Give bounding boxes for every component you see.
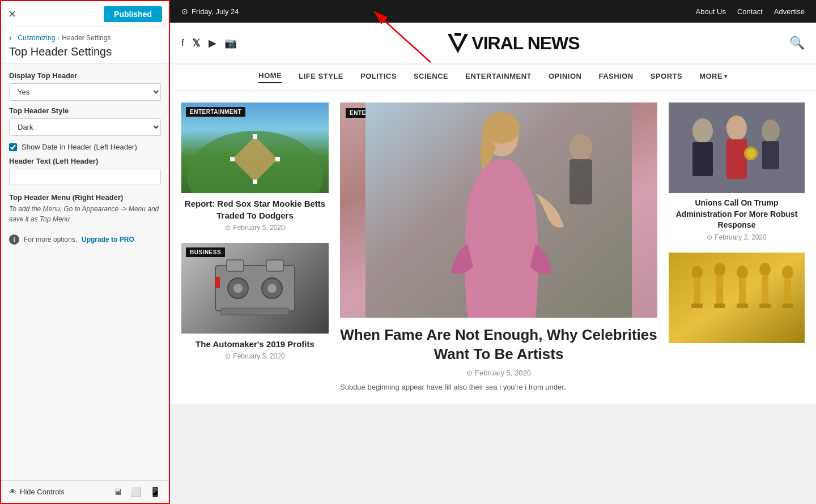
svg-rect-29	[726, 139, 747, 179]
center-article-date: ⊙ February 5, 2020	[340, 369, 657, 377]
display-top-header-label: Display Top Header	[9, 71, 161, 80]
device-icons: 🖥 ⬜ 📱	[113, 486, 161, 497]
hide-controls-button[interactable]: 👁 Hide Controls	[9, 488, 65, 496]
advertise-link[interactable]: Advertise	[774, 7, 805, 16]
content-area: ENTERTAINMENT	[170, 91, 816, 404]
facebook-icon[interactable]: f	[181, 37, 184, 49]
svg-point-42	[737, 266, 748, 279]
nav-item-opinion[interactable]: OPINION	[549, 72, 581, 83]
svg-rect-33	[762, 141, 779, 169]
back-arrow[interactable]: ‹	[9, 33, 12, 43]
upgrade-link[interactable]: Upgrade to PRO	[82, 236, 134, 244]
eye-icon: 👁	[9, 488, 16, 496]
nav-item-more[interactable]: MORE ▾	[699, 72, 728, 83]
top-bar-left: ⊙ Friday, July 24	[181, 7, 239, 16]
mobile-icon[interactable]: 📱	[150, 486, 161, 497]
chevron-down-icon: ▾	[724, 73, 728, 79]
instagram-icon[interactable]: 📷	[224, 37, 237, 49]
panel-nav: ‹ Customizing › Header Settings Top Head…	[1, 27, 169, 63]
nav-item-politics[interactable]: POLITICS	[360, 72, 397, 83]
svg-rect-37	[691, 304, 703, 308]
social-icons: f 𝕏 ▶ 📷	[181, 37, 237, 49]
svg-rect-44	[737, 304, 748, 308]
tablet-icon[interactable]: ⬜	[130, 486, 142, 497]
show-date-label: Show Date in Header (Left Header)	[22, 143, 137, 151]
svg-point-32	[762, 119, 780, 142]
published-button[interactable]: Published	[104, 6, 162, 22]
panel-title: Top Header Settings	[9, 45, 161, 58]
svg-rect-24	[570, 159, 592, 204]
svg-point-28	[726, 116, 747, 140]
top-header-style-label: Top Header Style	[9, 106, 161, 115]
top-header-style-select[interactable]: Dark Light	[9, 118, 161, 136]
svg-point-48	[782, 266, 793, 279]
nav-item-entertainment[interactable]: ENTERTAINMENT	[465, 72, 532, 83]
logo-v-icon	[447, 32, 469, 54]
search-button[interactable]: 🔍	[789, 36, 805, 50]
preview-wrapper: ⊙ Friday, July 24 About Us Contact Adver…	[170, 0, 816, 504]
show-date-checkbox[interactable]	[9, 143, 17, 151]
svg-point-39	[714, 263, 725, 276]
svg-rect-46	[762, 275, 768, 306]
clock-icon-small-2: ⊙	[225, 352, 231, 360]
nav-item-lifestyle[interactable]: LIFE STYLE	[299, 72, 343, 83]
article-image-engine: BUSINESS	[181, 243, 329, 334]
close-button[interactable]: ✕	[8, 8, 16, 20]
panel-top-bar: ✕ Published	[1, 1, 169, 27]
breadcrumb-root[interactable]: Customizing	[18, 34, 55, 42]
svg-rect-9	[230, 157, 235, 161]
svg-rect-10	[253, 180, 257, 184]
customizer-panel: ✕ Published ‹ Customizing › Header Setti…	[0, 0, 170, 504]
clock-icon-right-1: ⊙	[707, 233, 712, 241]
top-bar-right: About Us Contact Advertise	[696, 7, 805, 16]
menu-section: Top Header Menu (Right Header) To add th…	[9, 193, 161, 224]
top-bar: ⊙ Friday, July 24 About Us Contact Adver…	[170, 0, 816, 23]
svg-rect-13	[266, 260, 283, 271]
header-text-label: Header Text (Left Header)	[9, 157, 161, 165]
youtube-icon[interactable]: ▶	[209, 37, 216, 49]
desktop-icon[interactable]: 🖥	[113, 487, 122, 497]
header-text-input[interactable]	[9, 169, 161, 185]
article-card: ENTERTAINMENT	[181, 102, 329, 232]
right-article-1: OPINION	[669, 102, 805, 241]
article-title-2: The Automaker's 2019 Profits	[181, 338, 329, 350]
nav-item-science[interactable]: SCIENCE	[414, 72, 448, 83]
svg-rect-19	[215, 277, 220, 288]
article-date: ⊙ February 5, 2020	[181, 224, 329, 232]
svg-rect-18	[221, 308, 289, 315]
nav-item-fashion[interactable]: FASHION	[598, 72, 633, 83]
contact-link[interactable]: Contact	[737, 7, 763, 16]
center-column: ENTERTAINMENT	[329, 102, 669, 393]
svg-rect-50	[782, 304, 793, 308]
site-logo: VIRAL NEWS	[447, 32, 579, 54]
display-top-header-select[interactable]: Yes No	[9, 83, 161, 101]
right-column: OPINION	[669, 102, 805, 393]
svg-point-26	[692, 118, 713, 143]
panel-body: Display Top Header Yes No Top Header Sty…	[1, 63, 169, 480]
site-header: f 𝕏 ▶ 📷 VIRAL NEWS 🔍	[170, 23, 816, 64]
upgrade-text: For more options,	[24, 236, 77, 244]
panel-bottom: 👁 Hide Controls 🖥 ⬜ 📱	[1, 480, 169, 503]
svg-rect-49	[784, 278, 791, 306]
clock-icon-small: ⊙	[225, 224, 231, 232]
nav-item-sports[interactable]: SPORTS	[651, 72, 682, 83]
menu-section-desc: To add the Menu, Go to Appearance -> Men…	[9, 204, 161, 224]
about-us-link[interactable]: About Us	[696, 7, 726, 16]
show-date-row: Show Date in Header (Left Header)	[9, 143, 161, 151]
upgrade-row: i For more options, Upgrade to PRO	[9, 234, 161, 245]
svg-rect-43	[739, 278, 746, 306]
svg-rect-3	[454, 33, 461, 36]
svg-rect-7	[253, 134, 257, 139]
top-bar-date: Friday, July 24	[192, 7, 239, 16]
article-title: Report: Red Sox Star Mookie Betts Traded…	[181, 198, 329, 221]
svg-marker-2	[448, 34, 468, 53]
svg-rect-47	[759, 304, 771, 308]
right-article-title-1: Unions Call On Trump Administration For …	[669, 198, 805, 231]
svg-rect-27	[692, 142, 713, 176]
svg-rect-8	[275, 157, 280, 161]
svg-rect-12	[227, 260, 244, 271]
svg-rect-41	[714, 304, 725, 308]
nav-item-home[interactable]: HOME	[258, 71, 282, 83]
clock-icon: ⊙	[181, 7, 188, 16]
twitter-icon[interactable]: 𝕏	[192, 37, 201, 49]
